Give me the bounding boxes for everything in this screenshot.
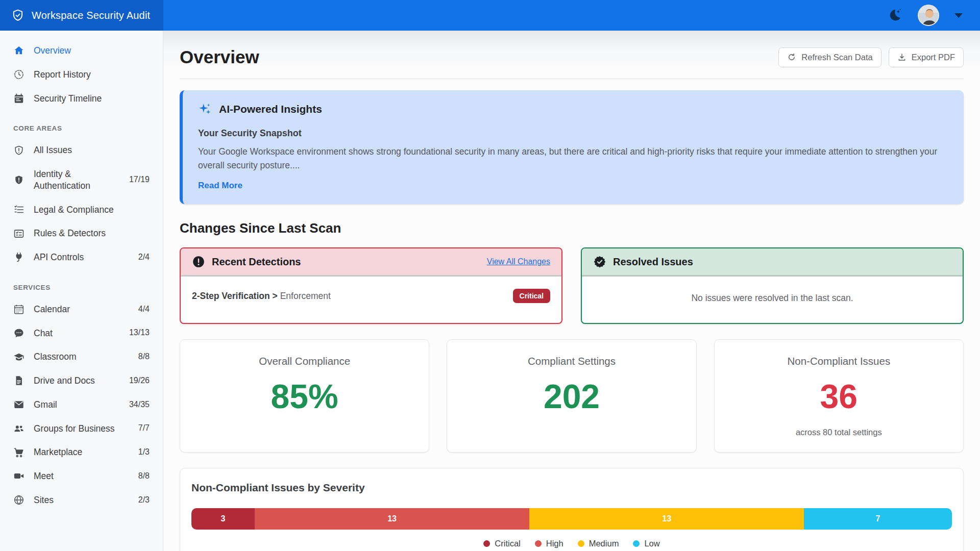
- legend-item-low: Low: [633, 539, 659, 548]
- recent-detections-header: Recent Detections View All Changes: [181, 248, 561, 277]
- refresh-scan-button[interactable]: Refresh Scan Data: [778, 47, 881, 67]
- header-divider: [180, 79, 964, 79]
- avatar[interactable]: [918, 5, 939, 26]
- sidebar-item-overview[interactable]: Overview: [0, 39, 163, 63]
- sidebar-item-sites[interactable]: Sites2/3: [0, 488, 163, 512]
- cart-icon: [13, 447, 24, 458]
- severity-segment-medium: 13: [529, 508, 804, 530]
- severity-stacked-bar: 313137: [191, 508, 952, 530]
- legend-label: Low: [644, 539, 659, 548]
- detection-path: 2-Step Verification > Enforcement: [192, 291, 331, 302]
- legend-label: Medium: [589, 539, 619, 548]
- sidebar-item-label: Legal & Compliance: [34, 204, 114, 216]
- download-icon: [897, 53, 906, 62]
- export-pdf-button[interactable]: Export PDF: [889, 47, 964, 67]
- stat-value: 202: [457, 380, 685, 413]
- legend-item-high: High: [535, 539, 564, 548]
- sidebar-item-gmail[interactable]: Gmail34/35: [0, 393, 163, 417]
- sparkle-icon: [198, 103, 211, 116]
- count-badge: 4/4: [133, 304, 150, 315]
- legend-item-medium: Medium: [578, 539, 619, 548]
- sidebar-item-all-issues[interactable]: All Issues: [0, 138, 163, 162]
- card-checklist-icon: [13, 228, 24, 239]
- view-all-changes-link[interactable]: View All Changes: [487, 257, 550, 266]
- severity-legend: CriticalHighMediumLow: [191, 539, 952, 548]
- critical-severity-badge: Critical: [513, 289, 550, 303]
- severity-chart-title: Non-Compliant Issues by Severity: [191, 482, 952, 494]
- chevron-down-icon[interactable]: [954, 13, 963, 18]
- export-pdf-label: Export PDF: [912, 53, 955, 62]
- changes-grid: Recent Detections View All Changes 2-Ste…: [180, 247, 964, 324]
- sidebar-item-label: Chat: [34, 328, 53, 339]
- ai-insights-body: Your Google Workspace environment shows …: [198, 145, 948, 172]
- exclamation-circle-icon: [192, 255, 205, 268]
- stat-label: Compliant Settings: [457, 355, 685, 367]
- refresh-icon: [787, 53, 796, 62]
- calendar-grid-icon: [13, 304, 24, 315]
- count-badge: 2/3: [133, 495, 150, 506]
- sidebar-item-label: Overview: [34, 45, 71, 57]
- ai-insights-header: AI-Powered Insights: [198, 103, 948, 116]
- sidebar-item-rules-and-detectors[interactable]: Rules & Detectors: [0, 221, 163, 245]
- grad-cap-icon: [13, 352, 24, 363]
- sidebar-item-chat[interactable]: Chat13/13: [0, 321, 163, 345]
- stat-card-overall-compliance: Overall Compliance85%: [180, 339, 429, 453]
- resolved-issues-title: Resolved Issues: [613, 256, 693, 268]
- globe-icon: [13, 494, 24, 506]
- ai-insights-title: AI-Powered Insights: [219, 103, 322, 115]
- stats-grid: Overall Compliance85%Compliant Settings2…: [180, 339, 964, 453]
- sidebar-item-security-timeline[interactable]: Security Timeline: [0, 87, 163, 111]
- sidebar-item-label: Identity & Authentication: [34, 168, 115, 192]
- count-badge: 34/35: [124, 399, 150, 410]
- sidebar-item-legal-and-compliance[interactable]: Legal & Compliance: [0, 198, 163, 222]
- detection-setting: 2-Step Verification: [192, 291, 270, 301]
- sidebar-item-drive-and-docs[interactable]: Drive and Docs19/26: [0, 369, 163, 393]
- main-content: Overview Refresh Scan Data: [163, 31, 980, 551]
- clock-icon: [13, 69, 24, 80]
- resolved-issues-header: Resolved Issues: [582, 248, 963, 277]
- shield-check-icon: [11, 9, 24, 22]
- changes-heading: Changes Since Last Scan: [180, 220, 964, 236]
- sidebar-item-label: Groups for Business: [34, 423, 115, 435]
- list-icon: [13, 204, 24, 215]
- stat-card-compliant-settings: Compliant Settings202: [447, 339, 696, 453]
- legend-item-critical: Critical: [483, 539, 520, 548]
- resolved-issues-card: Resolved Issues No issues were resolved …: [581, 247, 964, 324]
- topbar: Workspace Security Audit: [0, 0, 980, 31]
- sidebar-item-identity-and-authentication[interactable]: Identity & Authentication17/19: [0, 162, 163, 198]
- legend-label: Critical: [495, 539, 520, 548]
- sidebar-item-report-history[interactable]: Report History: [0, 63, 163, 87]
- sidebar-item-marketplace[interactable]: Marketplace1/3: [0, 440, 163, 464]
- people-icon: [13, 423, 24, 434]
- recent-detections-card: Recent Detections View All Changes 2-Ste…: [180, 247, 562, 324]
- shield-alert-filled-icon: [13, 174, 24, 186]
- detection-detail: Enforcement: [280, 291, 331, 301]
- moon-icon[interactable]: [887, 8, 902, 23]
- sidebar-item-classroom[interactable]: Classroom8/8: [0, 345, 163, 369]
- sidebar-item-api-controls[interactable]: API Controls2/4: [0, 245, 163, 269]
- sidebar-item-label: Security Timeline: [34, 93, 102, 105]
- sidebar-item-label: Meet: [34, 470, 54, 482]
- sidebar-section-services: SERVICES: [0, 269, 163, 297]
- sidebar-item-calendar[interactable]: Calendar4/4: [0, 297, 163, 321]
- calendar-filled-icon: [13, 93, 24, 104]
- resolved-empty-message: No issues were resolved in the last scan…: [593, 289, 951, 308]
- severity-chart-card: Non-Compliant Issues by Severity 313137 …: [180, 468, 964, 551]
- app-title: Workspace Security Audit: [32, 10, 150, 21]
- count-badge: 17/19: [124, 174, 150, 185]
- sidebar-item-groups-for-business[interactable]: Groups for Business7/7: [0, 417, 163, 441]
- sidebar-item-label: API Controls: [34, 252, 84, 263]
- sidebar-item-label: Drive and Docs: [34, 375, 95, 387]
- sidebar-item-label: All Issues: [34, 144, 72, 156]
- read-more-link[interactable]: Read More: [198, 181, 242, 191]
- recent-detection-row[interactable]: 2-Step Verification > Enforcement Critic…: [181, 277, 561, 318]
- sidebar-item-meet[interactable]: Meet8/8: [0, 464, 163, 488]
- severity-segment-critical: 3: [191, 508, 255, 530]
- recent-detections-title: Recent Detections: [212, 256, 301, 268]
- sidebar-section-core-areas: CORE AREAS: [0, 110, 163, 138]
- count-badge: 1/3: [133, 447, 150, 458]
- sidebar-item-label: Report History: [34, 69, 91, 81]
- resolved-issues-body: No issues were resolved in the last scan…: [582, 277, 963, 323]
- severity-segment-high: 13: [255, 508, 529, 530]
- chat-icon: [13, 328, 24, 339]
